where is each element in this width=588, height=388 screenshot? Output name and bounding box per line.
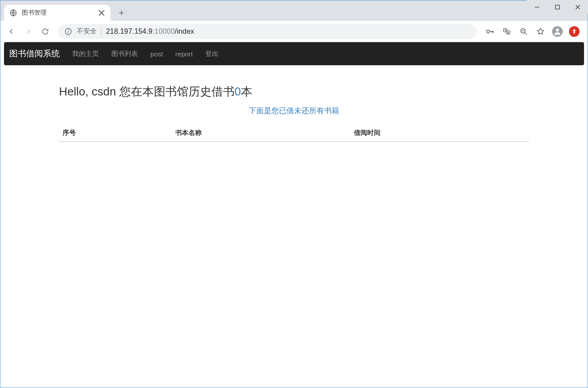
window-close-button[interactable] bbox=[568, 0, 588, 14]
subtitle-text: 下面是您已借未还所有书籍 bbox=[59, 106, 529, 116]
svg-line-19 bbox=[525, 32, 527, 34]
key-icon[interactable] bbox=[482, 24, 498, 39]
nav-link-books[interactable]: 图书列表 bbox=[111, 50, 138, 58]
main-container: Hello, csdn 您在本图书馆历史借书0本 下面是您已借未还所有书籍 序号… bbox=[59, 65, 529, 142]
site-navbar: 图书借阅系统 我的主页 图书列表 post report 登出 bbox=[4, 42, 584, 65]
window-controls bbox=[527, 0, 588, 14]
svg-rect-15 bbox=[493, 31, 494, 32]
toolbar-right-icons bbox=[482, 24, 584, 39]
nav-link-report[interactable]: report bbox=[175, 50, 192, 58]
close-icon[interactable] bbox=[98, 9, 105, 16]
page-viewport: 图书借阅系统 我的主页 图书列表 post report 登出 Hello, c… bbox=[0, 42, 588, 146]
separator bbox=[101, 28, 102, 36]
zoom-icon[interactable] bbox=[516, 24, 532, 39]
col-index: 序号 bbox=[59, 125, 172, 142]
svg-point-12 bbox=[487, 30, 490, 33]
url-port: :10000 bbox=[153, 28, 175, 35]
address-bar[interactable]: 不安全 218.197.154.9:10000/index bbox=[58, 24, 477, 39]
greeting-heading: Hello, csdn 您在本图书馆历史借书0本 bbox=[59, 84, 529, 99]
nav-link-home[interactable]: 我的主页 bbox=[72, 50, 99, 58]
svg-rect-14 bbox=[492, 31, 493, 33]
borrow-table: 序号 书本名称 借阅时间 bbox=[59, 125, 529, 142]
translate-icon[interactable] bbox=[499, 24, 515, 39]
greeting-prefix: Hello, csdn 您在本图书馆历史借书 bbox=[59, 85, 235, 98]
nav-link-post[interactable]: post bbox=[150, 50, 163, 58]
info-icon bbox=[64, 28, 72, 36]
extension-button[interactable] bbox=[566, 24, 582, 39]
window-maximize-button[interactable] bbox=[547, 0, 568, 14]
borrow-count[interactable]: 0 bbox=[235, 85, 241, 98]
browser-toolbar: 不安全 218.197.154.9:10000/index bbox=[0, 21, 588, 42]
security-label: 不安全 bbox=[77, 27, 97, 36]
svg-point-11 bbox=[68, 30, 69, 31]
col-book-name: 书本名称 bbox=[172, 125, 350, 142]
forward-button[interactable] bbox=[21, 24, 36, 39]
window-minimize-button[interactable] bbox=[527, 0, 547, 14]
new-tab-button[interactable] bbox=[115, 6, 128, 20]
tab-title: 图书管理 bbox=[22, 9, 94, 17]
svg-point-21 bbox=[556, 28, 559, 32]
url-path: /index bbox=[175, 28, 194, 35]
upload-icon bbox=[569, 26, 580, 37]
star-icon[interactable] bbox=[533, 24, 549, 39]
profile-button[interactable] bbox=[549, 24, 565, 39]
reload-button[interactable] bbox=[38, 24, 53, 39]
back-button[interactable] bbox=[4, 24, 19, 39]
svg-rect-13 bbox=[489, 31, 493, 32]
tab-strip: 图书管理 bbox=[0, 0, 588, 21]
browser-tab[interactable]: 图书管理 bbox=[4, 5, 110, 21]
globe-icon bbox=[9, 9, 17, 17]
url-host: 218.197.154.9 bbox=[106, 28, 153, 35]
svg-rect-1 bbox=[556, 5, 560, 9]
table-header-row: 序号 书本名称 借阅时间 bbox=[59, 125, 529, 142]
navbar-brand[interactable]: 图书借阅系统 bbox=[9, 48, 60, 59]
url-text: 218.197.154.9:10000/index bbox=[106, 28, 194, 36]
greeting-suffix: 本 bbox=[241, 85, 252, 98]
nav-link-logout[interactable]: 登出 bbox=[205, 50, 219, 58]
avatar-icon bbox=[552, 26, 563, 37]
col-borrow-time: 借阅时间 bbox=[350, 125, 529, 142]
